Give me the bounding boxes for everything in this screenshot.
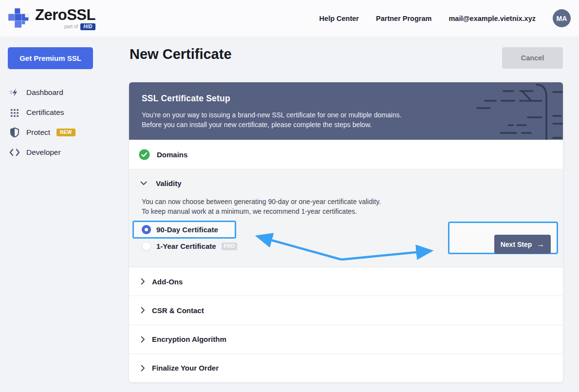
card-subtitle-line2: Before you can install your new certific… [142,121,372,129]
sidebar-nav: Dashboard Certificates [0,82,129,162]
help-center-link[interactable]: Help Center [319,15,359,22]
logo-partof-text: part of [64,24,78,29]
account-email[interactable]: mail@example.vietnix.xyz [448,15,536,22]
page-title: New Certificate [130,46,232,62]
cancel-button[interactable]: Cancel [502,47,563,69]
step-validity-label: Validity [156,179,182,187]
step-domains-label: Domains [157,150,187,159]
validity-description: You can now choose between generating 90… [142,197,381,216]
sidebar-item-label: Certificates [26,108,64,117]
partner-program-link[interactable]: Partner Program [376,15,431,22]
code-icon [9,147,20,158]
option-label: 1-Year Certificate [156,242,216,250]
radio-selected-icon[interactable] [142,225,151,234]
validity-header[interactable]: Validity [140,179,182,187]
zerossl-logo[interactable]: ZeroSSL part of HID [8,7,95,30]
step-encryption-algorithm[interactable]: Encryption Algorithm [129,325,563,354]
sidebar-item-label: Protect [26,128,50,137]
certificate-setup-card: SSL Certificate Setup You’re on your way… [129,82,563,382]
option-label: 90-Day Certificate [156,225,218,234]
chevron-right-icon [141,336,145,343]
radio-unselected-icon[interactable] [142,242,151,251]
main-content: New Certificate Cancel SSL Certificate S… [129,37,563,392]
step-finalize-order[interactable]: Finalize Your Order [129,354,563,382]
sidebar-item-dashboard[interactable]: Dashboard [0,82,129,102]
chevron-right-icon [141,307,145,314]
get-premium-ssl-button[interactable]: Get Premium SSL [8,47,93,69]
sidebar-item-label: Developer [26,148,61,157]
shield-icon [9,127,20,138]
collapsed-steps: Add-Ons CSR & Contact Encryption Algorit… [129,267,563,382]
arrow-right-icon: → [537,241,544,248]
check-circle-icon [139,149,150,160]
step-validity: Validity You can now choose between gene… [129,169,563,267]
topbar-nav: Help Center Partner Program mail@example… [319,9,571,27]
pro-badge: PRO [222,243,238,250]
card-header: SSL Certificate Setup You’re on your way… [129,82,563,140]
hid-badge: HID [80,23,95,30]
step-add-ons[interactable]: Add-Ons [129,267,563,296]
sidebar-item-developer[interactable]: Developer [0,142,129,162]
radio-option-1-year[interactable]: 1-Year Certificate PRO [142,242,237,251]
new-badge: NEW [56,129,75,136]
chevron-right-icon [141,278,145,285]
grid-icon [9,107,20,118]
logo-wordmark: ZeroSSL [35,7,95,23]
chevron-right-icon [141,365,145,372]
sidebar: Get Premium SSL Dashboard [0,37,129,162]
avatar[interactable]: MA [553,9,571,27]
zerossl-puzzle-icon [8,8,30,30]
chevron-down-icon [140,181,147,186]
next-step-button[interactable]: Next Step → [494,235,551,254]
topbar: ZeroSSL part of HID Help Center Partner … [0,0,579,37]
sidebar-item-label: Dashboard [26,88,63,97]
step-domains[interactable]: Domains [129,140,563,169]
bolt-icon [9,87,20,98]
sidebar-item-certificates[interactable]: Certificates [0,102,129,122]
radio-option-90-day[interactable]: 90-Day Certificate [142,225,218,234]
sidebar-item-protect[interactable]: Protect NEW [0,122,129,142]
card-subtitle-line1: You’re on your way to issuing a brand-ne… [142,111,402,119]
next-step-label: Next Step [501,241,532,248]
step-csr-contact[interactable]: CSR & Contact [129,296,563,325]
circuit-decoration [466,82,563,140]
